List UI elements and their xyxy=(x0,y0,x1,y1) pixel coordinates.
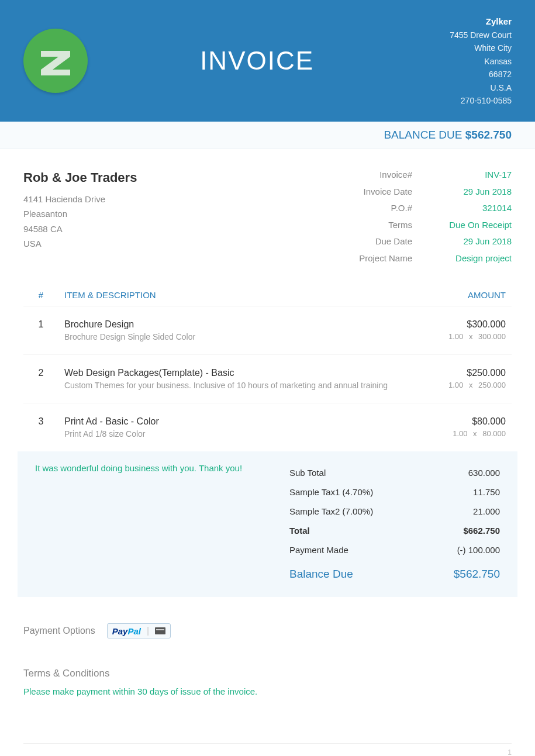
item-calc: 1.00 x 300.000 xyxy=(418,332,506,341)
item-amount-cell: $80.0001.00 x 80.000 xyxy=(418,416,512,438)
item-amount-cell: $300.0001.00 x 300.000 xyxy=(418,319,512,341)
bill-to-block: Rob & Joe Traders 4141 Hacienda Drive Pl… xyxy=(23,167,137,267)
client-city: Pleasanton xyxy=(23,206,137,222)
item-name: Web Design Packages(Template) - Basic xyxy=(64,368,418,378)
client-name: Rob & Joe Traders xyxy=(23,167,137,188)
meta-label: Project Name xyxy=(342,250,412,267)
item-amount: $80.000 xyxy=(418,416,506,427)
summary-label: Total xyxy=(289,526,310,536)
item-calc: 1.00 x 250.000 xyxy=(418,381,506,389)
item-amount: $250.000 xyxy=(418,368,506,378)
balance-label: BALANCE DUE xyxy=(384,129,465,141)
company-addr1: 7455 Drew Court xyxy=(450,29,512,42)
meta-row: Due Date29 Jun 2018 xyxy=(342,233,512,250)
meta-label: P.O.# xyxy=(342,200,412,217)
summary-row: Sample Tax2 (7.00%)21.000 xyxy=(289,502,500,521)
summary-value: 630.000 xyxy=(468,468,500,478)
item-desc-cell: Print Ad - Basic - ColorPrint Ad 1/8 siz… xyxy=(58,416,418,439)
thank-you-note: It was wonderful doing business with you… xyxy=(35,463,289,585)
item-amount-cell: $250.0001.00 x 250.000 xyxy=(418,368,512,389)
items-table-header: # ITEM & DESCRIPTION AMOUNT xyxy=(23,284,512,306)
company-country: U.S.A xyxy=(450,81,512,94)
meta-value: Design project xyxy=(436,250,512,267)
client-state-zip: 94588 CA xyxy=(23,222,137,237)
company-name: Zylker xyxy=(450,15,512,29)
credit-card-icon xyxy=(155,627,165,634)
summary-row: Payment Made(-) 100.000 xyxy=(289,540,500,560)
item-desc-cell: Web Design Packages(Template) - BasicCus… xyxy=(58,368,418,390)
invoice-header: INVOICE Zylker 7455 Drew Court White Cit… xyxy=(0,0,535,122)
item-description: Print Ad 1/8 size Color xyxy=(64,429,418,439)
summary-label: Sample Tax1 (4.70%) xyxy=(289,487,373,497)
summary-label: Sub Total xyxy=(289,468,326,478)
meta-label: Invoice# xyxy=(342,167,412,184)
meta-value: 321014 xyxy=(436,200,512,217)
document-title: INVOICE xyxy=(64,46,450,75)
payment-label: Payment Options xyxy=(23,626,95,636)
company-city: White City xyxy=(450,42,512,54)
terms-text: Please make payment within 30 days of is… xyxy=(23,686,512,696)
client-country: USA xyxy=(23,236,137,251)
meta-value: Due On Receipt xyxy=(436,217,512,234)
summary-value: (-) 100.000 xyxy=(457,545,500,555)
summary-value: $662.750 xyxy=(463,526,500,536)
summary-value: 21.000 xyxy=(473,506,500,516)
page-number: 1 xyxy=(508,748,512,756)
page-footer: 1 xyxy=(23,743,512,756)
item-row: 2Web Design Packages(Template) - BasicCu… xyxy=(23,355,512,403)
summary-row: Sub Total630.000 xyxy=(289,463,500,482)
meta-row: Project NameDesign project xyxy=(342,250,512,267)
item-num: 2 xyxy=(23,368,58,378)
summary-row: Sample Tax1 (4.70%)11.750 xyxy=(289,482,500,502)
summary-row: Balance Due$562.750 xyxy=(289,560,500,585)
item-num: 3 xyxy=(23,416,58,427)
client-addr1: 4141 Hacienda Drive xyxy=(23,192,137,207)
meta-value: 29 Jun 2018 xyxy=(436,184,512,201)
item-row: 1Brochure DesignBrochure Design Single S… xyxy=(23,306,512,355)
company-phone: 270-510-0585 xyxy=(450,94,512,107)
summary-value: 11.750 xyxy=(473,487,500,497)
meta-label: Invoice Date xyxy=(342,184,412,201)
terms-section: Terms & Conditions Please make payment w… xyxy=(0,644,535,702)
summary-value: $562.750 xyxy=(454,568,500,581)
summary-table: Sub Total630.000Sample Tax1 (4.70%)11.75… xyxy=(289,463,500,585)
payment-options: Payment Options PayPal | xyxy=(0,603,535,644)
company-state: Kansas xyxy=(450,55,512,68)
item-description: Custom Themes for your business. Inclusi… xyxy=(64,381,418,390)
item-name: Brochure Design xyxy=(64,319,418,330)
col-header-desc: ITEM & DESCRIPTION xyxy=(58,290,418,300)
item-num: 1 xyxy=(23,319,58,330)
col-header-num: # xyxy=(23,290,58,300)
terms-title: Terms & Conditions xyxy=(23,668,512,679)
meta-label: Due Date xyxy=(342,233,412,250)
paypal-logo-icon: PayPal xyxy=(112,626,141,636)
logo-z-icon xyxy=(38,46,73,75)
meta-value: INV-17 xyxy=(436,167,512,184)
items-list: 1Brochure DesignBrochure Design Single S… xyxy=(23,306,512,451)
meta-value: 29 Jun 2018 xyxy=(436,233,512,250)
summary-label: Sample Tax2 (7.00%) xyxy=(289,506,373,516)
company-zip: 66872 xyxy=(450,68,512,81)
item-name: Print Ad - Basic - Color xyxy=(64,416,418,427)
item-description: Brochure Design Single Sided Color xyxy=(64,332,418,341)
summary-label: Balance Due xyxy=(289,568,353,581)
item-row: 3Print Ad - Basic - ColorPrint Ad 1/8 si… xyxy=(23,403,512,451)
item-desc-cell: Brochure DesignBrochure Design Single Si… xyxy=(58,319,418,341)
item-amount: $300.000 xyxy=(418,319,506,330)
meta-row: P.O.#321014 xyxy=(342,200,512,217)
balance-amount: $562.750 xyxy=(465,129,512,141)
balance-due-bar: BALANCE DUE $562.750 xyxy=(0,122,535,149)
summary-row: Total$662.750 xyxy=(289,521,500,540)
col-header-amount: AMOUNT xyxy=(418,290,512,300)
summary-label: Payment Made xyxy=(289,545,348,555)
company-logo xyxy=(23,29,88,93)
item-calc: 1.00 x 80.000 xyxy=(418,429,506,438)
meta-label: Terms xyxy=(342,217,412,234)
invoice-body: Rob & Joe Traders 4141 Hacienda Drive Pl… xyxy=(0,149,535,603)
meta-row: TermsDue On Receipt xyxy=(342,217,512,234)
meta-row: Invoice#INV-17 xyxy=(342,167,512,184)
company-address: Zylker 7455 Drew Court White City Kansas… xyxy=(450,15,512,107)
summary-section: It was wonderful doing business with you… xyxy=(18,451,517,597)
paypal-button[interactable]: PayPal | xyxy=(107,623,171,638)
invoice-meta: Invoice#INV-17Invoice Date29 Jun 2018P.O… xyxy=(342,167,512,267)
